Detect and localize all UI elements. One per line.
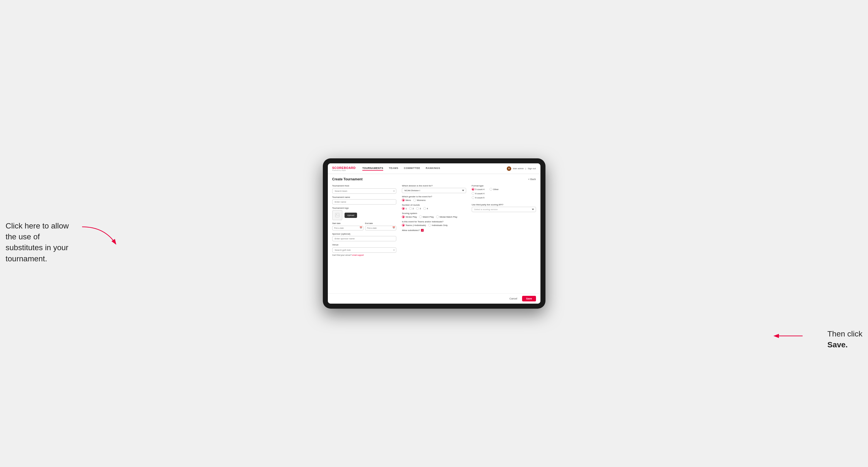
scoring-medal[interactable]: Medal Match Play <box>436 215 458 218</box>
back-button[interactable]: < Back <box>528 178 536 181</box>
nav-teams[interactable]: TEAMS <box>389 167 398 170</box>
gender-mens[interactable]: Mens <box>402 199 411 201</box>
teams-radio-group: Teams (+Individuals) Individuals Only <box>402 224 466 226</box>
end-date-wrap: 📅 <box>365 225 396 230</box>
scoring-label: Scoring system <box>402 212 466 215</box>
tablet-screen: SCOREBOARD Powered by clippd TOURNAMENTS… <box>328 163 540 304</box>
calendar-end-icon: 📅 <box>393 226 395 229</box>
start-date-input[interactable] <box>332 226 364 230</box>
venue-dropdown-icon: ▼ <box>393 249 395 251</box>
tournament-name-label: Tournament name <box>332 196 397 198</box>
format-6count5-radio[interactable] <box>472 196 474 199</box>
end-date-input[interactable] <box>365 226 396 230</box>
form-column-3: Format type 5 count 4 Other <box>472 185 536 256</box>
arrow-left <box>82 224 118 249</box>
annotation-right: Then click Save. <box>827 329 862 350</box>
logo-area: Upload <box>332 210 397 220</box>
scoring-match[interactable]: Match Play <box>419 215 434 218</box>
gender-group: Which gender is the event for? Mens Wome… <box>402 195 466 201</box>
gender-mens-radio[interactable] <box>402 199 405 201</box>
cancel-button[interactable]: Cancel <box>506 296 520 302</box>
nav-tournaments[interactable]: TOURNAMENTS <box>362 167 383 170</box>
nav-links: TOURNAMENTS TEAMS COMMITTEE RANKINGS <box>362 167 507 170</box>
end-date-group: End date 📅 <box>365 222 396 230</box>
rounds-3[interactable]: 3 <box>416 207 421 210</box>
teams-teams-radio[interactable] <box>402 224 405 226</box>
form-column-2: Which division is the event for? NCAA Di… <box>402 185 466 256</box>
division-group: Which division is the event for? NCAA Di… <box>402 185 466 193</box>
rounds-1[interactable]: 1 <box>402 207 407 210</box>
format-6count4-radio[interactable] <box>472 192 474 195</box>
tournament-host-input[interactable] <box>332 188 397 194</box>
svg-rect-2 <box>335 213 339 217</box>
scoring-match-radio[interactable] <box>419 215 422 218</box>
logo: SCOREBOARD Powered by clippd <box>332 166 356 171</box>
email-support-link[interactable]: email support <box>352 254 364 256</box>
nav-rankings[interactable]: RANKINGS <box>426 167 440 170</box>
page-title: Create Tournament <box>332 177 363 181</box>
format-other[interactable]: Other <box>490 188 499 191</box>
teams-teams[interactable]: Teams (+Individuals) <box>402 224 426 226</box>
api-group: Use third-party live scoring API? Select… <box>472 204 536 212</box>
venue-hint: Can't find your venue? email support <box>332 254 397 256</box>
scoring-radio-group: Stroke Play Match Play Medal Match Play <box>402 215 466 218</box>
upload-button[interactable]: Upload <box>344 213 357 218</box>
arrow-right <box>772 331 803 341</box>
annotation-left: Click here to allow the use of substitut… <box>6 220 75 264</box>
sign-out-link[interactable]: Sign out <box>528 167 536 170</box>
venue-label: Venue <box>332 244 397 246</box>
image-icon <box>335 213 340 217</box>
substitutes-group: Allow substitutes? <box>402 229 466 232</box>
date-row: Start date 📅 End date 📅 <box>332 222 397 230</box>
format-6count4[interactable]: 6 count 4 <box>472 192 536 195</box>
nav-committee[interactable]: COMMITTEE <box>404 167 420 170</box>
scoring-stroke-radio[interactable] <box>402 215 405 218</box>
navbar: SCOREBOARD Powered by clippd TOURNAMENTS… <box>328 163 540 174</box>
api-select[interactable]: Select a scoring service <box>472 207 536 212</box>
rounds-radio-group: 1 2 3 4 <box>402 207 466 210</box>
username: blair admin <box>513 167 524 170</box>
rounds-2[interactable]: 2 <box>409 207 414 210</box>
start-date-label: Start date <box>332 222 364 224</box>
substitutes-item: Allow substitutes? <box>402 229 466 232</box>
format-5count4[interactable]: 5 count 4 <box>472 188 485 191</box>
save-button[interactable]: Save <box>522 296 536 302</box>
rounds-4-radio[interactable] <box>423 207 426 210</box>
gender-womens[interactable]: Womens <box>413 199 426 201</box>
start-date-group: Start date 📅 <box>332 222 364 230</box>
rounds-label: Number of rounds <box>402 204 466 206</box>
gender-womens-radio[interactable] <box>413 199 416 201</box>
teams-label: Is this event for Teams and/or Individua… <box>402 220 466 223</box>
teams-individuals[interactable]: Individuals Only <box>428 224 447 226</box>
format-other-radio[interactable] <box>490 188 492 191</box>
logo-placeholder <box>332 210 342 220</box>
tablet-device: SCOREBOARD Powered by clippd TOURNAMENTS… <box>323 158 546 309</box>
substitutes-checkbox[interactable] <box>421 229 424 232</box>
format-5count4-radio[interactable] <box>472 188 474 191</box>
venue-input[interactable] <box>332 247 397 253</box>
sponsor-label: Sponsor (optional) <box>332 233 397 235</box>
division-select[interactable]: NCAA Division I <box>402 188 466 193</box>
rounds-1-radio[interactable] <box>402 207 405 210</box>
scoring-medal-radio[interactable] <box>436 215 439 218</box>
nav-user-area: B blair admin | Sign out <box>507 166 536 171</box>
scoring-stroke[interactable]: Stroke Play <box>402 215 417 218</box>
rounds-4[interactable]: 4 <box>423 207 428 210</box>
format-row-1: 5 count 4 Other <box>472 188 536 191</box>
gender-label: Which gender is the event for? <box>402 195 466 198</box>
rounds-2-radio[interactable] <box>409 207 412 210</box>
rounds-3-radio[interactable] <box>416 207 419 210</box>
sponsor-input[interactable] <box>332 236 397 241</box>
gender-radio-group: Mens Womens <box>402 199 466 201</box>
venue-group: Venue ▼ Can't find your venue? email sup… <box>332 244 397 256</box>
division-label: Which division is the event for? <box>402 185 466 187</box>
form-column-1: Tournament Host ▼ Tournament name Tourna… <box>332 185 397 256</box>
svg-point-3 <box>336 214 337 215</box>
api-label: Use third-party live scoring API? <box>472 204 536 206</box>
logo-subtitle: Powered by clippd <box>332 169 356 171</box>
tournament-name-input[interactable] <box>332 199 397 205</box>
avatar: B <box>507 166 511 171</box>
teams-individuals-radio[interactable] <box>428 224 431 226</box>
rounds-group: Number of rounds 1 2 <box>402 204 466 210</box>
format-6count5[interactable]: 6 count 5 <box>472 196 536 199</box>
